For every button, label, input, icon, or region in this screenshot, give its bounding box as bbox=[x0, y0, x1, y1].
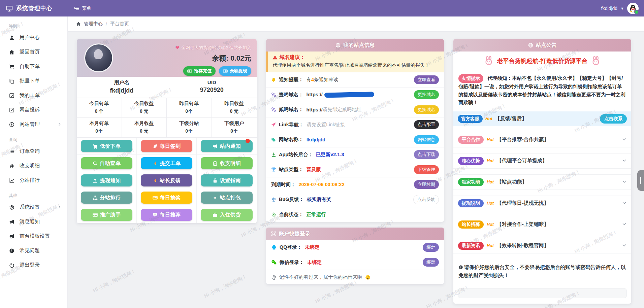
chevron-down-icon[interactable]: ▼ bbox=[620, 6, 624, 10]
content: 管理中心 / 平台首页 全网最大的货源站诚邀各位站长加入 余额: 0.02元 bbox=[67, 16, 644, 308]
chevron-down-icon bbox=[622, 158, 626, 164]
row-value: 未绑定 bbox=[307, 259, 322, 266]
sidebar-item-常见问题[interactable]: 常见问题 bbox=[0, 243, 67, 258]
home-icon bbox=[9, 49, 14, 55]
bind-button[interactable]: 绑定 bbox=[423, 258, 439, 267]
qq-icon bbox=[271, 244, 277, 250]
deposit-button[interactable]: 预存充值 bbox=[183, 66, 216, 76]
row-label: 当前状态： bbox=[279, 211, 303, 218]
globe-icon bbox=[335, 43, 341, 48]
sidebar-item-消息通知[interactable]: 消息通知 bbox=[0, 214, 67, 229]
profile-avatar[interactable] bbox=[84, 43, 113, 72]
row-label: BuG反馈： bbox=[279, 196, 304, 203]
accordion-item-独家功能[interactable]: 独家功能Hot【站点功能】 bbox=[453, 174, 631, 190]
action-button-站长反馈[interactable]: 站长反馈 bbox=[141, 174, 192, 186]
sidebar-item-前台模板设置[interactable]: 前台模板设置 bbox=[0, 229, 67, 243]
list-icon bbox=[9, 149, 14, 154]
row-button-立即续期[interactable]: 立即续期 bbox=[414, 180, 439, 189]
stat-value: 0 元 bbox=[212, 108, 257, 114]
announcement-header: 站点公告 bbox=[453, 39, 631, 52]
sidebar-item-系统设置[interactable]: 系统设置 bbox=[0, 200, 67, 214]
action-button-每日签到[interactable]: 每日签到 bbox=[141, 140, 192, 152]
sidebar-item-label: 批量下单 bbox=[20, 78, 40, 84]
hot-label: Hot bbox=[487, 137, 494, 142]
action-button-提交工单[interactable]: 提交工单 bbox=[141, 157, 192, 169]
scales-icon bbox=[271, 197, 276, 202]
bind-button[interactable]: 绑定 bbox=[423, 243, 439, 252]
sidebar-item-分站排行[interactable]: 分站排行 bbox=[0, 173, 67, 187]
app-title: 系统管理中心 bbox=[16, 4, 53, 12]
stat-label: 下级分站 bbox=[167, 120, 212, 127]
action-button-站点打包[interactable]: ∞站点打包 bbox=[201, 192, 253, 204]
sidebar-item-网盘投诉[interactable]: 网盘投诉 bbox=[0, 103, 67, 117]
row-button-更换域名[interactable]: 更换域名 bbox=[414, 105, 439, 114]
action-button-入住供货[interactable]: 入住供货 bbox=[201, 209, 253, 221]
login-row-QQ登录: QQ登录：未绑定绑定 bbox=[266, 240, 444, 255]
row-value: 未绑定 bbox=[305, 244, 320, 250]
sidebar-item-网站管理[interactable]: 网站管理 bbox=[0, 117, 67, 132]
stat-value: 0 元 bbox=[122, 108, 167, 114]
accordion-item-平台合作[interactable]: 平台合作Hot【平台推荐-合作共赢】 bbox=[453, 132, 631, 147]
task-icon bbox=[9, 93, 14, 98]
sidebar-item-我的工单[interactable]: 我的工单 bbox=[0, 88, 67, 103]
power-icon bbox=[9, 263, 14, 268]
sidebar-item-批量下单[interactable]: 批量下单 bbox=[0, 74, 67, 88]
menu-toggle-button[interactable]: 菜单 bbox=[74, 5, 91, 11]
action-button-提现通知[interactable]: 提现通知 bbox=[81, 174, 132, 186]
row-button-下级管理[interactable]: 下级管理 bbox=[414, 165, 439, 174]
row-value: fkdjdjdd bbox=[307, 137, 325, 142]
withdraw-button[interactable]: 余额提现 bbox=[219, 66, 251, 76]
stats-row: 本月钉单0个本月收益0 元下级分站0个下级用户0个 bbox=[77, 118, 257, 138]
upload-icon bbox=[93, 178, 98, 183]
info-row-通知提醒: 通知提醒：有4条通知未读立即查看 bbox=[266, 72, 444, 87]
grid-cell: 收支明细 bbox=[197, 155, 257, 172]
sidebar-item-退出登录[interactable]: 退出登录 bbox=[0, 258, 67, 272]
action-button-收支明细[interactable]: 收支明细 bbox=[201, 157, 253, 169]
megaphone-icon bbox=[9, 219, 14, 225]
row-button-点击反馈[interactable]: 点击反馈 bbox=[413, 195, 439, 204]
row-button-点击下载[interactable]: 点击下载 bbox=[414, 150, 439, 159]
announcement-card: 站点公告 老平台扬帆起航-打造低价货源平台 友情提示 代理须知：本站不包【永久使… bbox=[453, 39, 631, 304]
accordion-item-站长招募[interactable]: 站长招募Hot【对接合作-上架铺咔】 bbox=[453, 217, 631, 232]
hot-label: Hot bbox=[487, 159, 494, 163]
action-button-低价下单[interactable]: 低价下单 bbox=[81, 140, 132, 152]
stat-value: 0个 bbox=[77, 128, 122, 134]
row-button-立即查看[interactable]: 立即查看 bbox=[414, 75, 439, 84]
row-value: 有 bbox=[307, 76, 312, 83]
action-button-每日推荐[interactable]: 每日推荐 bbox=[141, 209, 192, 221]
stat-label: 本月收益 bbox=[122, 120, 167, 127]
row-value: 4 bbox=[311, 77, 314, 82]
accordion-item-核心优势[interactable]: 核心优势Hot【代理平台订单提成】 bbox=[453, 153, 631, 169]
sidebar-item-label: 自助下单 bbox=[20, 63, 40, 70]
sidebar-item-订单查询[interactable]: 订单查询 bbox=[0, 144, 67, 159]
sidebar-item-用户中心[interactable]: 用户中心 bbox=[0, 30, 67, 45]
sidebar-item-返回首页[interactable]: 返回首页 bbox=[0, 45, 67, 59]
accordion-item-最新资讯[interactable]: 最新资讯Hot【效果转图-教程官网】 bbox=[453, 238, 631, 253]
sidebar-item-自助下单[interactable]: 自助下单 bbox=[0, 59, 67, 74]
action-button-设置指南[interactable]: 设置指南 bbox=[201, 174, 253, 186]
chevron-down-icon bbox=[622, 221, 626, 227]
accordion-badge: 站长招募 bbox=[458, 220, 484, 229]
settings-drawer-handle[interactable] bbox=[637, 170, 644, 191]
row-button-更换域名[interactable]: 更换域名 bbox=[414, 90, 439, 99]
identity-value: fkdjdjdd bbox=[77, 87, 167, 94]
identity-cell: UID9720920 bbox=[167, 77, 257, 98]
contact-service-button[interactable]: 点击联系 bbox=[600, 114, 627, 124]
action-button-推广助手[interactable]: 推广助手 bbox=[81, 209, 132, 221]
action-button-自助查单[interactable]: 自助查单 bbox=[81, 157, 132, 169]
sidebar-item-收支明细[interactable]: 收支明细 bbox=[0, 159, 67, 173]
action-button-每日抽奖[interactable]: 每日抽奖 bbox=[141, 192, 192, 204]
grid-cell: 推广助手 bbox=[77, 206, 137, 223]
cart-icon bbox=[9, 64, 14, 69]
stat-label: 今日钉单 bbox=[77, 100, 122, 107]
chevron-down-icon bbox=[622, 179, 626, 185]
action-button-分站排行[interactable]: 分站排行 bbox=[81, 192, 132, 204]
row-button-点击配置[interactable]: 点击配置 bbox=[414, 120, 439, 129]
row-button-网站信息[interactable]: 网站信息 bbox=[414, 135, 439, 144]
accordion-item-提现说明[interactable]: 提现说明Hot【代理每日-提现无忧】 bbox=[453, 196, 631, 211]
username[interactable]: fkdjdjdd bbox=[601, 6, 617, 11]
action-button-站内通知[interactable]: 站内通知 bbox=[201, 140, 253, 152]
site-info-header: 我的站点信息 bbox=[266, 39, 444, 52]
avatar[interactable] bbox=[627, 3, 639, 14]
breadcrumb-home[interactable]: 管理中心 bbox=[84, 21, 103, 27]
